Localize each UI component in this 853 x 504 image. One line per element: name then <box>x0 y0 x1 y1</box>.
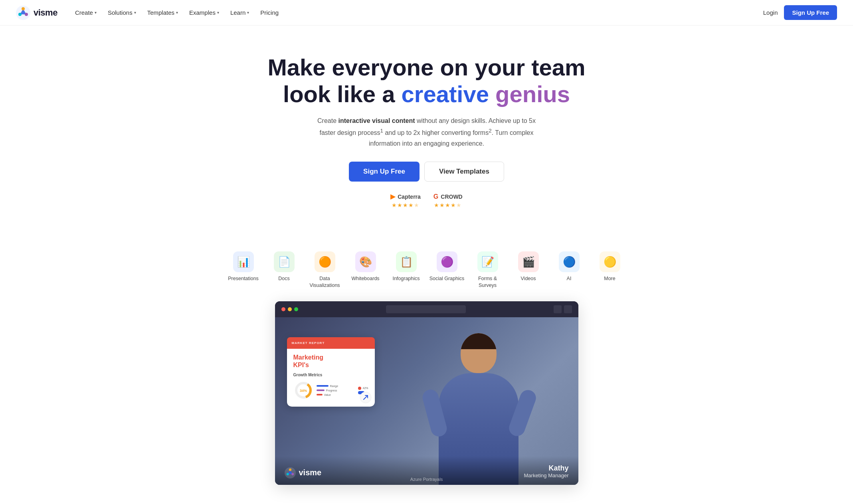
card-title: Marketing KPI's <box>293 354 368 369</box>
hero-title: Make everyone on your team look like a c… <box>16 54 837 107</box>
window-address-bar <box>386 305 466 313</box>
kpi-card: MARKET REPORT Marketing KPI's Growth Met… <box>287 337 375 407</box>
nav-links: Create ▾ Solutions ▾ Templates ▾ Example… <box>70 6 763 19</box>
card-metric-label: Growth Metrics <box>293 373 368 377</box>
presentations-icon: 📊 <box>233 251 254 272</box>
donut-chart: 34% <box>293 380 313 400</box>
visme-logo-icon <box>285 467 296 478</box>
window-dot-green <box>294 307 298 311</box>
more-icon: 🟡 <box>600 251 620 272</box>
g2-icon: G <box>433 193 438 200</box>
video-logo: visme <box>285 467 322 478</box>
window-dot-red <box>281 307 285 311</box>
whiteboards-icon: 🎨 <box>355 251 376 272</box>
logo-link[interactable]: visme <box>16 6 57 20</box>
category-social-graphics[interactable]: 🟣 Social Graphics <box>429 251 465 282</box>
forms-surveys-icon: 📝 <box>477 251 498 272</box>
logo-text: visme <box>34 8 57 18</box>
chevron-down-icon: ▾ <box>134 10 136 15</box>
svg-point-2 <box>25 13 28 16</box>
category-infographics[interactable]: 📋 Infographics <box>388 251 424 282</box>
card-header: MARKET REPORT <box>287 337 375 349</box>
category-whiteboards[interactable]: 🎨 Whiteboards <box>348 251 384 282</box>
chevron-down-icon: ▾ <box>247 10 249 15</box>
card-chart-row: 34% Range Progress <box>293 380 368 400</box>
signup-button-nav[interactable]: Sign Up Free <box>784 5 837 20</box>
person-name: Kathy <box>524 464 569 472</box>
categories-section: 📊 Presentations 📄 Docs 🟠 Data Visualizat… <box>0 243 853 301</box>
category-data-visualizations[interactable]: 🟠 Data Visualizations <box>307 251 343 289</box>
chevron-down-icon: ▾ <box>95 10 97 15</box>
login-link[interactable]: Login <box>763 9 778 16</box>
rating-capterra: ▶ Capterra ★★★★★ <box>390 193 421 208</box>
svg-point-3 <box>22 7 25 10</box>
person-job-title: Marketing Manager <box>524 472 569 478</box>
person-info: Kathy Marketing Manager <box>524 464 569 478</box>
navbar: visme Create ▾ Solutions ▾ Templates ▾ E… <box>0 0 853 26</box>
data-viz-icon: 🟠 <box>315 251 335 272</box>
svg-point-1 <box>18 13 22 16</box>
hero-subtitle: Create interactive visual content withou… <box>315 115 538 149</box>
svg-point-11 <box>289 468 291 471</box>
window-dot-yellow <box>288 307 292 311</box>
video-section: MARKET REPORT Marketing KPI's Growth Met… <box>0 301 853 504</box>
category-docs[interactable]: 📄 Docs <box>266 251 302 282</box>
rating-g2: G CROWD ★★★★★ <box>433 193 463 208</box>
svg-point-10 <box>291 473 294 475</box>
chevron-down-icon: ▾ <box>217 10 219 15</box>
logo-icon <box>16 6 30 20</box>
hero-buttons: Sign Up Free View Templates <box>16 162 837 182</box>
person-head <box>461 333 497 373</box>
view-templates-button[interactable]: View Templates <box>424 162 504 182</box>
category-videos[interactable]: 🎬 Videos <box>511 251 546 282</box>
ai-icon: 🔵 <box>559 251 580 272</box>
video-titlebar <box>275 301 578 317</box>
capterra-stars: ★★★★★ <box>392 202 420 208</box>
docs-icon: 📄 <box>274 251 295 272</box>
g2-stars: ★★★★★ <box>434 202 462 208</box>
category-forms-surveys[interactable]: 📝 Forms & Surveys <box>470 251 506 289</box>
svg-text:34%: 34% <box>299 389 307 393</box>
category-ai[interactable]: 🔵 AI <box>551 251 587 282</box>
infographics-icon: 📋 <box>396 251 417 272</box>
nav-item-examples[interactable]: Examples ▾ <box>184 6 224 19</box>
video-attribution: Azure Portrayals <box>410 477 443 482</box>
nav-item-templates[interactable]: Templates ▾ <box>142 6 183 19</box>
video-logo-text: visme <box>299 468 322 477</box>
window-control-1 <box>554 305 562 313</box>
nav-item-solutions[interactable]: Solutions ▾ <box>103 6 141 19</box>
social-graphics-icon: 🟣 <box>437 251 457 272</box>
video-frame: MARKET REPORT Marketing KPI's Growth Met… <box>275 301 578 485</box>
svg-point-9 <box>286 473 289 475</box>
capterra-icon: ▶ <box>390 193 395 200</box>
nav-right: Login Sign Up Free <box>763 5 837 20</box>
ratings-section: ▶ Capterra ★★★★★ G CROWD ★★★★★ <box>16 193 837 208</box>
nav-item-pricing[interactable]: Pricing <box>255 6 283 19</box>
hero-section: Make everyone on your team look like a c… <box>0 26 853 243</box>
nav-item-learn[interactable]: Learn ▾ <box>226 6 254 19</box>
video-content: MARKET REPORT Marketing KPI's Growth Met… <box>275 317 578 485</box>
window-control-2 <box>564 305 572 313</box>
nav-item-create[interactable]: Create ▾ <box>70 6 101 19</box>
arrow-graphic <box>360 391 372 403</box>
videos-icon: 🎬 <box>518 251 539 272</box>
category-presentations[interactable]: 📊 Presentations <box>226 251 261 282</box>
signup-button-hero[interactable]: Sign Up Free <box>349 162 420 182</box>
category-more[interactable]: 🟡 More <box>592 251 628 282</box>
chevron-down-icon: ▾ <box>176 10 178 15</box>
